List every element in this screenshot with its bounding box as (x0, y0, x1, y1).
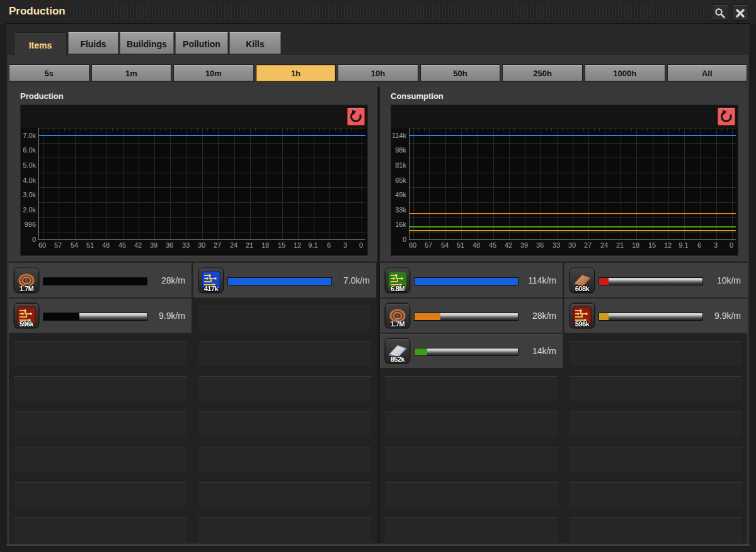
empty-item-slot (14, 482, 186, 507)
item-row-copper-cable[interactable]: 1.7M28k/m (9, 263, 192, 298)
y-tick-label: 81k (395, 161, 406, 169)
minor-tick (626, 128, 626, 131)
item-bar-fill (415, 313, 440, 320)
consumption-x-axis: 60575451484542393633302724211815129.1630 (409, 240, 735, 253)
gridline (636, 128, 637, 239)
item-count: 596k (570, 320, 594, 328)
item-row-copper-cable[interactable]: 1.7M28k/m (380, 299, 563, 333)
item-count: 1.7M (386, 320, 410, 328)
empty-item-slot (198, 306, 371, 331)
minor-tick (695, 128, 696, 131)
empty-item-slot (385, 482, 558, 507)
minor-tick (48, 128, 49, 131)
time-range-10m[interactable]: 10m (173, 64, 254, 82)
titlebar[interactable]: Production (0, 0, 756, 24)
gridline (91, 128, 91, 239)
item-row-copper-plate[interactable]: 608k10k/m (564, 263, 747, 298)
search-button[interactable] (712, 4, 728, 21)
minor-tick (176, 128, 176, 131)
production-chart: 7.0k6.0k5.0k4.0k3.0k2.0k9960 60575451484… (20, 105, 368, 256)
gridline (202, 128, 203, 239)
minor-tick (721, 128, 722, 131)
item-count: 852k (386, 355, 410, 363)
item-count: 6.8M (386, 285, 410, 292)
empty-item-slot (14, 341, 186, 366)
gridline (716, 128, 717, 239)
minor-tick (96, 128, 96, 131)
item-rate: 10k/m (717, 275, 741, 285)
minor-tick (335, 128, 336, 131)
gridline (445, 128, 446, 239)
minor-tick (54, 128, 54, 131)
minor-tick (536, 128, 536, 131)
minor-tick (418, 128, 419, 131)
item-bar-track (43, 313, 147, 321)
consumption-chart-reset-button[interactable] (718, 108, 735, 125)
minor-tick (440, 128, 440, 131)
empty-item-slot (14, 376, 186, 401)
item-row-iron-plate[interactable]: 852k14k/m (380, 334, 563, 369)
production-section: Production 7.0k6.0k5.0k4.0k3.0k2.0k9960 (9, 87, 377, 262)
electronic-circuit-icon: 6.8M (386, 268, 410, 292)
item-count: 417k (199, 285, 223, 292)
item-rate: 28k/m (161, 275, 185, 285)
item-bar-track (414, 277, 518, 285)
y-tick-label: 33k (395, 206, 406, 214)
gridline (525, 128, 525, 239)
time-range-all[interactable]: All (667, 64, 748, 82)
empty-item-slot (14, 517, 186, 543)
consumption-chart: 114k98k81k65k49k33k16k0 6057545148454239… (391, 105, 738, 256)
gridline (123, 128, 123, 239)
tab-items[interactable]: Items (14, 32, 67, 57)
time-range-1m[interactable]: 1m (91, 64, 172, 82)
gridline (573, 128, 573, 239)
gridline (588, 128, 589, 239)
item-row-processing-unit[interactable]: 417k7.0k/m (193, 263, 376, 298)
time-range-10h[interactable]: 10h (338, 64, 418, 82)
rotate-ccw-icon (718, 117, 735, 127)
production-chart-legend (21, 105, 367, 128)
production-section-title: Production (20, 91, 64, 101)
chart-line-114k (410, 135, 736, 136)
empty-item-slot (385, 447, 558, 472)
minor-tick (64, 128, 65, 131)
minor-tick (615, 128, 616, 131)
item-count: 1.7M (14, 285, 38, 292)
production-y-axis: 7.0k6.0k5.0k4.0k3.0k2.0k9960 (21, 128, 38, 240)
minor-tick (679, 128, 680, 131)
tab-kills[interactable]: Kills (229, 32, 281, 54)
minor-tick (213, 128, 214, 131)
item-count: 596k (14, 320, 38, 328)
tab-buildings[interactable]: Buildings (120, 32, 174, 54)
time-range-1000h[interactable]: 1000h (585, 64, 665, 82)
minor-tick (642, 128, 643, 131)
minor-tick (133, 128, 134, 131)
item-row-electronic-circuit[interactable]: 6.8M114k/m (380, 263, 563, 298)
y-tick-label: 4.0k (23, 176, 36, 184)
tab-pollution[interactable]: Pollution (175, 32, 228, 54)
minor-tick (514, 128, 515, 131)
minor-tick (599, 128, 600, 131)
minor-tick (207, 128, 208, 131)
gridline (493, 128, 494, 239)
gridline (314, 128, 314, 239)
production-chart-reset-button[interactable] (347, 108, 365, 125)
consumption-section: Consumption 114k98k81k65k49k33k16k0 (380, 87, 747, 262)
minor-tick (727, 128, 728, 131)
item-row-advanced-circuit[interactable]: 596k9.9k/m (9, 299, 192, 333)
time-range-50h[interactable]: 50h (420, 64, 501, 82)
empty-item-slot (198, 411, 371, 437)
iron-plate-icon: 852k (386, 339, 410, 363)
close-button[interactable] (732, 4, 748, 21)
item-bar-fill (43, 313, 79, 320)
item-bar-track (598, 313, 703, 321)
time-range-1h[interactable]: 1h (256, 64, 336, 82)
y-tick-label: 3.0k (23, 191, 36, 198)
time-range-250h[interactable]: 250h (502, 64, 583, 82)
x-tick-label: 0 (352, 241, 370, 249)
item-row-advanced-circuit[interactable]: 596k9.9k/m (564, 299, 747, 333)
time-range-5s[interactable]: 5s (9, 64, 89, 82)
tab-fluids[interactable]: Fluids (68, 32, 118, 54)
chart-line-28k (410, 213, 736, 214)
drag-handle[interactable] (67, 5, 704, 19)
